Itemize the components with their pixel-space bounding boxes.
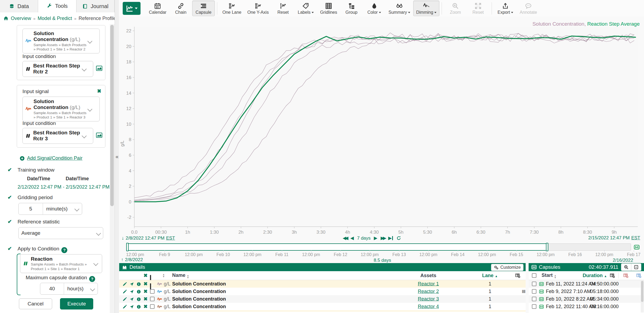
input-condition-select-1[interactable]: Best Reaction Step Rctr 2 [22,61,93,77]
refresh-icon[interactable] [396,236,401,241]
details-row[interactable]: ✖g/LSolution ConcentrationReactor 31 [119,295,526,303]
info-icon[interactable] [136,281,141,287]
sidebar-scrollbar[interactable] [110,24,115,313]
condition-preview-icon[interactable] [96,65,102,72]
customize-button[interactable]: Customize [491,264,523,271]
collapse-panel-button[interactable] [631,263,641,271]
capsules-scrollbar[interactable] [641,280,644,312]
training-start-value[interactable]: 2/12/2022 12:47 PM [18,184,61,190]
row-checkbox[interactable] [532,297,536,301]
help-icon[interactable]: ? [89,276,95,282]
row-asset-link[interactable]: Reactor 3 [418,296,439,302]
step-back-large-icon[interactable]: ◀◀ [343,235,347,241]
capsule-row[interactable]: Feb 10, 2022 8:22 AM05:34:00.000 [529,295,644,303]
send-icon[interactable] [129,289,134,294]
toolbar-labels-button[interactable]: Labels [294,1,317,16]
capsule-row[interactable]: Feb 9, 2022 7:10 AM05:18:00.000 [529,288,644,295]
row-checkbox[interactable] [150,304,155,309]
edit-icon[interactable] [122,289,127,294]
row-checkbox[interactable] [150,297,155,301]
range-end-timezone[interactable]: EST [631,235,640,241]
details-row[interactable]: ✖g/LSolution ConcentrationReactor 11 [119,280,526,288]
help-icon[interactable]: ? [61,247,67,253]
timeline-end-date[interactable]: 2/16/2022 [613,258,633,263]
toolbar-export-button[interactable]: Export [494,1,517,16]
training-end-value[interactable]: 2/15/2022 12:47 PM [66,184,109,190]
send-icon[interactable] [129,296,134,302]
apply-condition-select[interactable]: Reaction Sample Assets » Batch Products … [20,254,102,273]
duration-column-header[interactable]: Duration ▲ [583,273,607,278]
row-checkbox[interactable] [532,289,536,294]
reference-statistic-select[interactable]: Average [18,227,103,239]
gridding-period-unit-select[interactable]: minute(s) [43,203,82,215]
input-condition-select-2[interactable]: Best Reaction Step Rctr 3 [22,128,93,144]
toolbar-group-button[interactable]: Group [340,1,363,16]
range-start-timezone[interactable]: EST [166,236,175,241]
remove-icon[interactable]: ✖ [144,281,148,287]
toolbar-one-y-axis-button[interactable]: One Y-Axis [244,1,272,16]
add-property-column-button[interactable] [636,273,642,278]
legend-reaction-step-average[interactable]: Reaction Step Average [587,21,640,27]
input-signal-select-1[interactable]: Solution Concentration (g/L) Sample Asse… [22,29,100,53]
row-asset-link[interactable]: Reactor 2 [418,289,439,294]
toolbar-reset-button[interactable]: Reset [272,1,294,16]
toolbar-summary-button[interactable]: Summary [386,1,413,16]
row-name[interactable]: Solution Concentration [172,289,226,294]
row-checkbox[interactable] [532,282,536,286]
legend-solution-concentration[interactable]: Solution Concentration, [532,21,587,27]
lane-column-header[interactable]: Lane ▲ [482,273,498,278]
edit-icon[interactable] [122,304,127,309]
step-forward-icon[interactable]: ▶ [374,235,377,241]
step-forward-large-icon[interactable]: ▶▶ [381,235,385,241]
tab-journal[interactable]: Journal [76,0,115,12]
row-checkbox[interactable] [532,304,536,309]
zoom-to-capsule-button[interactable] [621,263,631,271]
remove-icon[interactable]: ✖ [144,304,148,309]
remove-pair-icon[interactable]: ✖ [97,88,101,94]
info-icon[interactable] [136,289,141,294]
sidebar-scrollbar-thumb[interactable] [110,25,114,206]
capsule-row[interactable]: Feb 12, 2022 11:40 AM06:16:00.000 [529,303,644,310]
select-all-checkbox[interactable] [532,273,536,278]
timeline-selected-range[interactable] [126,243,548,251]
assets-column-header[interactable]: Assets [420,273,436,278]
step-back-icon[interactable]: ◀ [350,235,354,241]
panel-resize-handle[interactable]: ▮▮ [522,289,525,294]
add-column-button[interactable] [515,273,520,278]
row-asset-link[interactable]: Reactor 4 [418,304,439,309]
tab-data[interactable]: Data [0,0,38,12]
range-end-value[interactable]: 2/15/2022 12:47 PM [588,235,630,241]
toolbar-calendar-button[interactable]: Calendar [146,1,169,16]
add-column-button[interactable] [610,273,615,278]
row-name[interactable]: Solution Concentration [172,296,226,302]
start-column-header[interactable]: Start ▲▼ [542,273,556,279]
add-pair-link[interactable]: Add Signal/Condition Pair [27,155,82,161]
send-icon[interactable] [129,304,134,309]
details-row[interactable]: ✖g/LSolution ConcentrationReactor 41 [119,303,526,310]
condition-preview-icon[interactable] [96,132,102,138]
row-asset-link[interactable]: Reactor 1 [418,281,439,287]
tab-tools[interactable]: Tools [38,0,76,12]
row-name[interactable]: Solution Concentration [172,281,226,287]
toolbar-capsule-button[interactable]: Capsule [192,1,215,16]
toolbar-gridlines-button[interactable]: Gridlines [317,1,340,16]
max-duration-unit-select[interactable]: hour(s) [64,283,98,294]
remove-all-icon[interactable]: ✖ [144,273,148,278]
cancel-button[interactable]: Cancel [19,298,52,309]
range-duration-label[interactable]: 7 days [357,236,371,241]
info-icon[interactable] [136,296,141,302]
breadcrumb-overview[interactable]: Overview [11,16,31,21]
step-to-end-icon[interactable]: ▶ [388,235,393,241]
info-icon[interactable] [136,304,141,309]
edit-icon[interactable] [122,281,127,287]
range-start-value[interactable]: 2/8/2022 12:47 PM [126,236,165,241]
details-row[interactable]: ✖g/LSolution ConcentrationReactor 21 [119,288,526,295]
capsule-row[interactable]: Feb 11, 2022 11:24 AM04:50:00.000 [529,280,644,288]
row-name[interactable]: Solution Concentration [172,304,226,309]
name-column-header[interactable]: Name ▲▼ [172,273,189,279]
remove-icon[interactable]: ✖ [144,288,148,294]
toolbar-color-button[interactable]: Color [363,1,386,16]
breadcrumb-model-predict[interactable]: Model & Predict [38,16,72,21]
timeline-handle-right[interactable] [546,243,548,251]
row-checkbox[interactable] [150,289,155,294]
